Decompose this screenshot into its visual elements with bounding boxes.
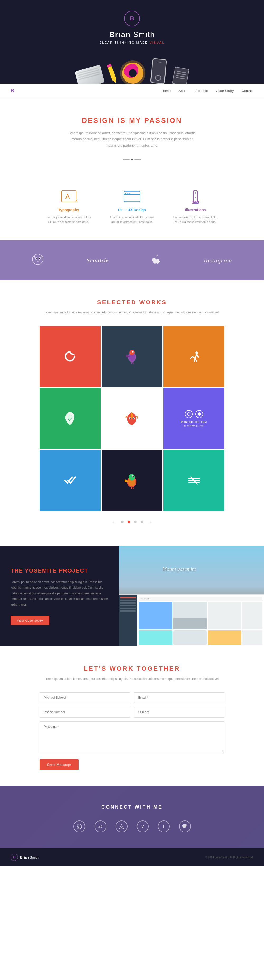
social-facebook[interactable]: f — [158, 821, 170, 832]
case-study-title: THE YOSEMITE PROJECT — [11, 567, 108, 574]
hero-logo-letter: B — [130, 15, 134, 22]
portfolio-item-4[interactable] — [40, 388, 100, 449]
footer-logo: B Brian Smith — [11, 854, 38, 861]
portfolio-item-label: PORTFOLIO ITEM — [181, 421, 207, 423]
brand-instagram: Instagram — [204, 257, 232, 264]
portfolio-item-7[interactable] — [40, 450, 100, 511]
portfolio-item-2[interactable] — [102, 326, 163, 387]
footer-copyright: © 2014 Brian Smith. All Rights Reserved. — [205, 856, 253, 859]
hero-logo: B — [124, 11, 140, 26]
nav-contact[interactable]: Contact — [242, 89, 253, 93]
service-uiux: UI — UX Design Lorem ipsum dolor sit al … — [108, 189, 156, 224]
notepad-illustration — [172, 67, 189, 84]
portfolio-item-5[interactable] — [102, 388, 163, 449]
social-dribbble[interactable] — [73, 821, 85, 832]
nav-home[interactable]: Home — [162, 89, 171, 93]
social-envato[interactable] — [116, 821, 127, 832]
facebook-icon: f — [163, 824, 164, 829]
uiux-title: UI — UX Design — [108, 208, 156, 212]
services-section: A Typography Lorem ipsum dolor sit al ik… — [0, 189, 264, 240]
brand-hootsuite — [32, 253, 44, 267]
social-vimeo[interactable]: V — [137, 821, 149, 832]
pag-dot-2[interactable] — [127, 520, 130, 523]
pag-dot-3[interactable] — [134, 520, 137, 523]
navbar-logo[interactable]: B — [11, 88, 14, 94]
portfolio-item-1[interactable] — [40, 326, 100, 387]
svg-point-7 — [129, 192, 130, 193]
email-input[interactable] — [134, 692, 225, 703]
social-twitter[interactable] — [179, 821, 191, 832]
nav-case-study[interactable]: Case Study — [216, 89, 234, 93]
explore-label: EXPLORE — [141, 598, 151, 600]
subject-input[interactable] — [134, 707, 225, 718]
contact-description: Lorem ipsum dolor sit alea amet, consect… — [26, 676, 238, 682]
portfolio-icon-4 — [64, 410, 76, 426]
pencil-illustration — [107, 64, 118, 84]
yosemite-text: Mount yosemite — [162, 566, 250, 572]
portfolio-icon-8 — [123, 472, 140, 489]
portfolio-icon-7 — [62, 473, 78, 488]
svg-point-18 — [129, 350, 135, 355]
hero-tagline: CLEAR THINKING MADE VISUAL — [5, 41, 259, 44]
vimeo-icon: V — [141, 824, 144, 829]
svg-point-11 — [32, 254, 43, 265]
prev-arrow[interactable]: ← — [112, 519, 117, 525]
social-behance[interactable]: Bé — [94, 821, 107, 832]
navbar: B Home About Portfolio Case Study Contac… — [0, 84, 264, 98]
view-case-study-button[interactable]: View Case Study — [11, 616, 49, 625]
svg-point-28 — [129, 474, 135, 480]
svg-rect-3 — [124, 191, 140, 202]
passion-section: DESIGN IS MY PASSION Lorem ipsum dolor s… — [0, 98, 264, 189]
nav-portfolio[interactable]: Portfolio — [196, 89, 208, 93]
portfolio-item-9[interactable] — [164, 450, 224, 511]
case-study-content: THE YOSEMITE PROJECT Lorem ipsum dolor s… — [0, 546, 119, 646]
connect-section: CONNECT WITH ME Bé V f — [0, 786, 264, 848]
uiux-icon — [123, 189, 141, 204]
nav-about[interactable]: About — [178, 89, 188, 93]
contact-title: LET'S WORK TOGETHER — [26, 665, 238, 672]
contact-section: LET'S WORK TOGETHER Lorem ipsum dolor si… — [0, 646, 264, 786]
illustrations-desc: Lorem ipsum dolor sit al ika et fiko ali… — [172, 215, 219, 224]
brand-apple — [151, 254, 161, 267]
portfolio-icon-9 — [186, 473, 202, 488]
pag-dot-4[interactable] — [141, 520, 143, 523]
case-study-section: THE YOSEMITE PROJECT Lorem ipsum dolor s… — [0, 546, 264, 646]
dribbble-icon — [76, 824, 82, 829]
pag-dot-1[interactable] — [121, 520, 124, 523]
send-message-button[interactable]: Send Message — [40, 759, 79, 770]
portfolio-item-6[interactable]: PORTFOLIO ITEM ▣Branding / Logo — [164, 388, 224, 449]
portfolio-icon-1 — [63, 349, 77, 364]
case-study-visual: Mount yosemite — [119, 546, 264, 646]
typography-desc: Lorem ipsum dolor sit al ika et fiko ali… — [45, 215, 92, 224]
case-study-description: Lorem ipsum dolor sit amet, consectetur … — [11, 579, 108, 608]
brand-scoutzie: Scoutzie — [87, 257, 109, 264]
works-section: SELECTED WORKS Lorem ipsum dolor sit ale… — [0, 280, 264, 546]
portfolio-item-3[interactable] — [164, 326, 224, 387]
next-arrow[interactable]: → — [147, 519, 153, 525]
envato-icon — [119, 824, 124, 829]
hero-name: Brian Smith — [5, 30, 259, 39]
svg-text:A: A — [65, 193, 70, 200]
yosemite-background: Mount yosemite — [119, 546, 264, 646]
phone-input[interactable] — [40, 707, 130, 718]
message-input[interactable] — [40, 721, 224, 753]
donut-illustration — [122, 63, 143, 84]
name-input[interactable] — [40, 692, 130, 703]
svg-point-5 — [125, 192, 126, 193]
hero-section: B Brian Smith CLEAR THINKING MADE VISUAL — [0, 0, 264, 84]
footer: B Brian Smith © 2014 Brian Smith. All Ri… — [0, 848, 264, 866]
svg-point-30 — [132, 476, 134, 477]
portfolio-item-8[interactable] — [102, 450, 163, 511]
svg-point-24 — [130, 418, 131, 419]
portfolio-icon-2 — [124, 348, 140, 365]
brands-section: Scoutzie Instagram — [0, 240, 264, 280]
navbar-links: Home About Portfolio Case Study Contact — [162, 89, 253, 93]
twitter-icon — [182, 824, 188, 829]
service-illustrations: Illustrations Lorem ipsum dolor sit al i… — [172, 189, 219, 224]
typography-icon: A — [59, 189, 78, 204]
typography-title: Typography — [45, 208, 92, 212]
behance-icon: Bé — [99, 824, 102, 829]
svg-point-6 — [127, 192, 128, 193]
works-title: SELECTED WORKS — [11, 299, 253, 306]
hero-illustrations — [5, 52, 259, 84]
